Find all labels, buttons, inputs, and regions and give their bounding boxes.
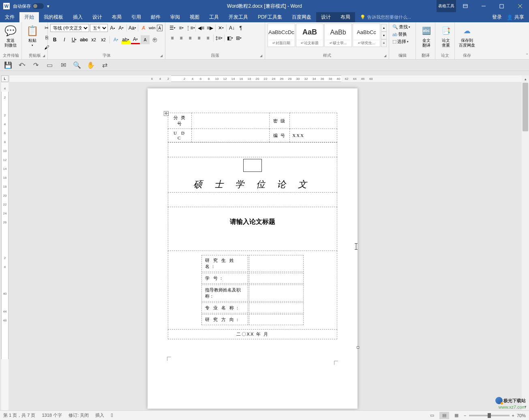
replace-button[interactable]: ab替换 (392, 31, 413, 38)
font-name-select[interactable]: 等线 (中文正文) (50, 24, 89, 32)
cover-layout-table[interactable]: 硕 士 学 位 论 文 请输入论文标题 研 究 生 姓 名： 学 号： 指导教师… (168, 142, 337, 339)
increase-indent-button[interactable]: ≡▶ (206, 24, 214, 32)
menu-review[interactable]: 审阅 (165, 12, 185, 22)
menu-dev[interactable]: 开发工具 (224, 12, 253, 22)
toggle-switch-icon[interactable] (32, 3, 44, 9)
borders-button[interactable]: ⊞▾ (234, 34, 243, 43)
zoom-slider[interactable] (469, 415, 510, 416)
print-preview-button[interactable]: 🔍 (73, 61, 81, 69)
info-direction-value[interactable] (249, 314, 304, 325)
styles-gallery[interactable]: AaBbCcDc↵封面日期 AaB↵论文标题 AaBb↵硕士学... AaBbC… (268, 24, 387, 47)
thesis-type-cell[interactable]: 硕 士 学 位 论 文 (168, 157, 337, 193)
underline-button[interactable]: U▾ (70, 35, 79, 44)
horizontal-ruler[interactable]: 6422468101214161820222426283032343638404… (10, 75, 522, 82)
zoom-in-button[interactable]: + (512, 413, 514, 418)
align-left-button[interactable]: ≡ (168, 34, 177, 43)
char-shading-button[interactable]: A (141, 35, 150, 44)
sort-button[interactable]: A↓ (227, 24, 236, 32)
read-mode-button[interactable]: ▭ (427, 412, 437, 419)
translate-button[interactable]: 🔤 全文 翻译 (418, 24, 435, 49)
table-resize-handle[interactable] (357, 346, 359, 349)
styles-down-button[interactable]: ▾ (381, 32, 387, 39)
scroll-thumb[interactable] (523, 83, 528, 131)
title-cell[interactable]: 请输入论文标题 (168, 207, 337, 251)
ribbon-display-icon[interactable] (456, 0, 474, 12)
menu-table-design[interactable]: 设计 (316, 12, 336, 22)
print-layout-button[interactable]: ▤ (439, 412, 449, 419)
menu-tools[interactable]: 工具 (204, 12, 224, 22)
style-masters[interactable]: AaBb↵硕士学... (324, 24, 352, 47)
justify-button[interactable]: ≡ (195, 34, 203, 43)
menu-references[interactable]: 引用 (126, 12, 146, 22)
web-layout-button[interactable]: ▦ (452, 412, 461, 419)
style-researcher[interactable]: AaBbCc↵研究生... (353, 24, 380, 47)
zoom-level[interactable]: 70% (517, 413, 526, 418)
macro-record-icon[interactable]: ▯ (111, 412, 113, 418)
bold-button[interactable]: B (50, 35, 59, 44)
highlight-button[interactable]: ab▾ (121, 35, 130, 44)
info-advisor-label[interactable]: 指导教师姓名及职称： (201, 285, 248, 302)
autosave-toggle[interactable]: 自动保存 (13, 3, 44, 9)
share-qat-button[interactable]: ⇄ (101, 61, 109, 69)
cell-udc[interactable]: U D C (168, 129, 192, 142)
scroll-up-button[interactable]: ▴ (522, 75, 529, 83)
paragraph-launcher[interactable]: ◢ (260, 54, 264, 58)
enclose-char-button[interactable]: ㊥ (150, 35, 159, 44)
insert-mode[interactable]: 插入 (95, 412, 104, 418)
strikethrough-button[interactable]: abc (79, 35, 88, 44)
find-button[interactable]: 🔍查找▾ (392, 24, 413, 30)
menu-home[interactable]: 开始 (19, 12, 39, 22)
change-case-button[interactable]: Aa▾ (129, 24, 136, 32)
info-cell[interactable]: 研 究 生 姓 名： 学 号： 指导教师姓名及职称： 专 业 名 称： 研 究 … (168, 251, 337, 330)
menu-baidu[interactable]: 百度网盘 (287, 12, 316, 22)
document-area[interactable]: ✥ 分 类 号 密 级 U D C 编 号 XXX (10, 83, 522, 410)
cell-category-value[interactable] (192, 113, 270, 129)
info-id-label[interactable]: 学 号： (201, 273, 248, 284)
info-name-label[interactable]: 研 究 生 姓 名： (201, 255, 248, 272)
page-count[interactable]: 第 1 页，共 7 页 (3, 412, 35, 418)
maximize-button[interactable] (493, 0, 511, 12)
italic-button[interactable]: I (60, 35, 69, 44)
shading-button[interactable]: ◧▾ (225, 34, 234, 43)
classification-table[interactable]: 分 类 号 密 级 U D C 编 号 XXX (168, 113, 337, 142)
zoom-slider-thumb[interactable] (488, 413, 491, 418)
cell-udc-value[interactable] (192, 129, 270, 142)
menu-design[interactable]: 设计 (88, 12, 107, 22)
share-button[interactable]: 👤 共享 (507, 14, 524, 21)
info-major-label[interactable]: 专 业 名 称： (201, 302, 248, 313)
info-direction-label[interactable]: 研 究 方 向： (201, 314, 248, 325)
info-name-value[interactable] (249, 255, 304, 272)
cell-number[interactable]: 编 号 (270, 129, 290, 142)
login-button[interactable]: 登录 (492, 14, 502, 21)
font-size-select[interactable]: 五号 (90, 24, 108, 32)
tell-me-search[interactable]: 💡 告诉我您想要做什么... (355, 14, 411, 20)
spacer-cell[interactable] (168, 143, 337, 157)
asian-layout-button[interactable]: ✕▾ (216, 24, 225, 32)
vertical-scrollbar[interactable]: ▴ ▾ (522, 75, 529, 410)
numbering-button[interactable]: ≡▾ (177, 24, 186, 32)
duplicate-check-button[interactable]: 📑 论文 查重 (438, 24, 454, 49)
menu-file[interactable]: 文件 (0, 12, 19, 22)
subscript-button[interactable]: x2 (89, 35, 98, 44)
select-button[interactable]: ⬚选择▾ (392, 38, 413, 45)
zoom-out-button[interactable]: − (464, 413, 466, 418)
clipboard-launcher[interactable]: ◢ (43, 54, 47, 58)
grow-font-button[interactable]: A▴ (109, 24, 116, 32)
font-color-button[interactable]: A▾ (131, 35, 140, 44)
bullets-button[interactable]: ☰▾ (168, 24, 177, 32)
document-page[interactable]: ✥ 分 类 号 密 级 U D C 编 号 XXX (148, 88, 358, 409)
save-to-baidu-button[interactable]: ☁ 保存到 百度网盘 (457, 24, 477, 49)
phonetic-guide-button[interactable]: wén (148, 24, 156, 32)
menu-templates[interactable]: 我的模板 (39, 12, 68, 22)
collapse-ribbon-button[interactable]: ˇ (527, 54, 528, 58)
redo-button[interactable]: ↷ (32, 61, 40, 69)
align-center-button[interactable]: ≡ (177, 34, 186, 43)
cell-secret-value[interactable] (290, 113, 337, 129)
email-button[interactable]: ✉ (59, 61, 67, 69)
paste-button[interactable]: 📋 粘贴 ▾ (24, 24, 41, 48)
info-table[interactable]: 研 究 生 姓 名： 学 号： 指导教师姓名及职称： 专 业 名 称： 研 究 … (201, 254, 304, 326)
style-thesis-title[interactable]: AaB↵论文标题 (296, 24, 323, 47)
vertical-ruler[interactable]: 42246810121416182022242624404448 (1, 83, 9, 410)
menu-pdf[interactable]: PDF工具集 (253, 12, 287, 22)
shrink-font-button[interactable]: A▾ (117, 24, 125, 32)
